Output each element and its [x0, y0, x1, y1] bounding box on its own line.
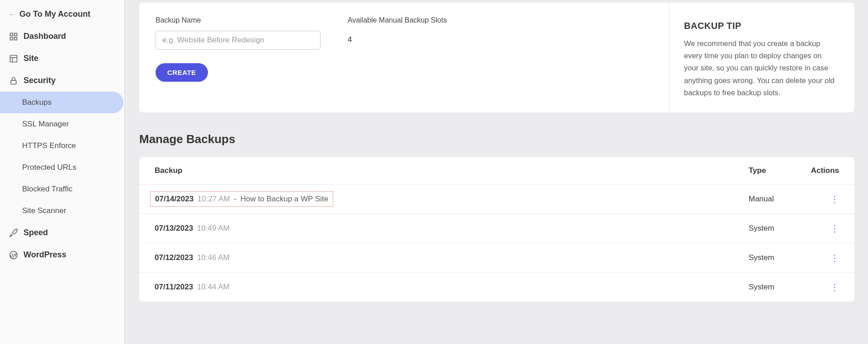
- backup-date: 07/13/2023: [155, 224, 193, 232]
- sidebar-sub-protected-urls[interactable]: Protected URLs: [0, 157, 126, 178]
- backup-cell: 07/11/2023 10:44 AM: [155, 283, 749, 292]
- header-actions: Actions: [803, 166, 839, 175]
- sidebar-item-label: Site: [24, 54, 38, 63]
- backup-date: 07/14/2023: [155, 195, 193, 203]
- backup-name-input[interactable]: [156, 31, 321, 50]
- sidebar-item-label: Speed: [24, 228, 48, 237]
- sidebar-sub-ssl-manager[interactable]: SSL Manager: [0, 113, 126, 135]
- backup-type: System: [749, 224, 803, 233]
- svg-rect-7: [11, 80, 16, 84]
- backup-date: 07/12/2023: [155, 253, 193, 262]
- sidebar: ← Go To My Account Dashboard Site Securi…: [0, 0, 127, 344]
- sidebar-item-dashboard[interactable]: Dashboard: [0, 25, 126, 47]
- sidebar-item-wordpress[interactable]: WordPress: [0, 244, 126, 266]
- svg-rect-1: [14, 33, 17, 36]
- sidebar-item-speed[interactable]: Speed: [0, 222, 126, 244]
- rocket-icon: [9, 228, 18, 237]
- svg-rect-4: [10, 55, 17, 62]
- layout-icon: [9, 54, 18, 63]
- header-type: Type: [749, 166, 803, 175]
- row-actions-menu[interactable]: ⋮: [803, 223, 839, 234]
- create-button[interactable]: CREATE: [156, 63, 208, 82]
- backup-name-label: Backup Name: [156, 16, 321, 24]
- sidebar-sub-site-scanner[interactable]: Site Scanner: [0, 200, 126, 222]
- table-row: 07/13/2023 10:49 AMSystem⋮: [139, 214, 854, 243]
- main-content: Backup Name CREATE Available Manual Back…: [127, 0, 868, 344]
- backup-time: 10:49 AM: [195, 224, 230, 232]
- sidebar-item-label: Security: [24, 76, 56, 85]
- row-actions-menu[interactable]: ⋮: [803, 282, 839, 293]
- backup-name: How to Backup a WP Site: [241, 195, 328, 203]
- backup-type: Manual: [749, 195, 803, 204]
- svg-rect-0: [10, 33, 13, 36]
- backup-time: 10:27 AM: [195, 195, 230, 203]
- create-backup-card: Backup Name CREATE Available Manual Back…: [139, 3, 854, 112]
- sidebar-sub-label: Blocked Traffic: [22, 185, 72, 193]
- grid-icon: [9, 32, 18, 41]
- arrow-left-icon: ←: [9, 10, 16, 19]
- sidebar-item-site[interactable]: Site: [0, 47, 126, 70]
- backup-cell: 07/12/2023 10:46 AM: [155, 253, 749, 262]
- available-slots-value: 4: [348, 31, 447, 44]
- sidebar-item-label: Dashboard: [24, 32, 66, 41]
- sidebar-sub-label: SSL Manager: [22, 120, 69, 128]
- row-actions-menu[interactable]: ⋮: [803, 252, 839, 263]
- wordpress-icon: [9, 251, 18, 260]
- table-row: 07/14/2023 10:27 AM - How to Backup a WP…: [139, 185, 854, 214]
- svg-rect-2: [10, 37, 13, 40]
- svg-rect-3: [14, 37, 17, 40]
- sidebar-sub-label: HTTPS Enforce: [22, 141, 76, 150]
- sidebar-sub-label: Site Scanner: [22, 206, 66, 215]
- header-backup: Backup: [155, 166, 749, 175]
- backup-tip-panel: BACKUP TIP We recommend that you create …: [669, 3, 854, 112]
- backups-table: Backup Type Actions 07/14/2023 10:27 AM …: [139, 157, 854, 302]
- backup-type: System: [749, 283, 803, 292]
- table-header: Backup Type Actions: [139, 157, 854, 185]
- sidebar-sub-https-enforce[interactable]: HTTPS Enforce: [0, 135, 126, 157]
- backup-cell: 07/14/2023 10:27 AM - How to Backup a WP…: [155, 194, 749, 204]
- sidebar-sub-backups[interactable]: Backups: [0, 92, 123, 113]
- tip-title: BACKUP TIP: [684, 21, 838, 31]
- lock-icon: [9, 76, 18, 85]
- account-link-label: Go To My Account: [19, 9, 90, 19]
- backup-type: System: [749, 253, 803, 262]
- sidebar-item-label: WordPress: [24, 250, 66, 260]
- backup-cell: 07/13/2023 10:49 AM: [155, 224, 749, 233]
- go-to-account-link[interactable]: ← Go To My Account: [0, 7, 126, 25]
- available-slots-label: Available Manual Backup Slots: [348, 16, 447, 24]
- manage-backups-title: Manage Backups: [139, 132, 854, 146]
- table-row: 07/11/2023 10:44 AMSystem⋮: [139, 273, 854, 302]
- sidebar-sub-label: Protected URLs: [22, 163, 76, 172]
- sidebar-sub-label: Backups: [22, 98, 52, 107]
- backup-time: 10:44 AM: [195, 283, 230, 291]
- table-row: 07/12/2023 10:46 AMSystem⋮: [139, 243, 854, 273]
- tip-text: We recommend that you create a backup ev…: [684, 37, 838, 99]
- sidebar-item-security[interactable]: Security: [0, 70, 126, 92]
- sidebar-sub-blocked-traffic[interactable]: Blocked Traffic: [0, 178, 126, 200]
- row-actions-menu[interactable]: ⋮: [803, 194, 839, 205]
- highlighted-backup: 07/14/2023 10:27 AM - How to Backup a WP…: [150, 191, 333, 207]
- backup-time: 10:46 AM: [195, 253, 230, 262]
- backup-date: 07/11/2023: [155, 283, 193, 291]
